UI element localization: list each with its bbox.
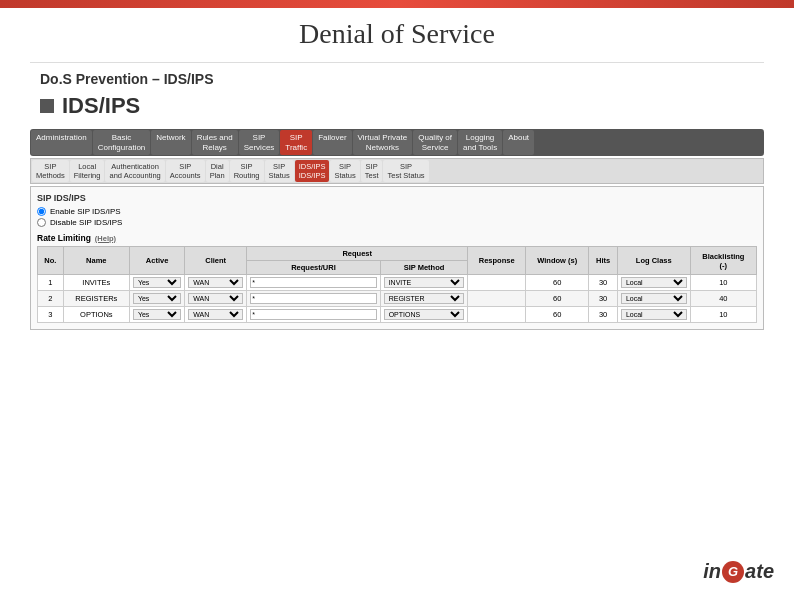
- bullet-heading-text: IDS/IPS: [62, 93, 140, 119]
- cell-hits: 30: [589, 275, 618, 291]
- cell-request-uri: [247, 275, 380, 291]
- cell-window: 60: [526, 291, 589, 307]
- sub-nav-sip-accounts[interactable]: SIP Accounts: [166, 160, 205, 182]
- sub-nav-sip-status-2[interactable]: SIP Status: [330, 160, 359, 182]
- panel: SIP IDS/IPS Enable SIP IDS/IPS Disable S…: [30, 186, 764, 330]
- cell-response: [468, 275, 526, 291]
- nav-item-administration[interactable]: Administration: [31, 130, 92, 155]
- rate-limit-table: No. Name Active Client Request Response …: [37, 246, 757, 323]
- cell-blacklisting: 10: [690, 307, 756, 323]
- select-active[interactable]: Yes No: [133, 293, 181, 304]
- select-log-class[interactable]: Local Remote None: [621, 277, 687, 288]
- nav-item-network[interactable]: Network: [151, 130, 190, 155]
- cell-name: OPTIONs: [63, 307, 129, 323]
- sub-nav-local-filtering[interactable]: Local Filtering: [70, 160, 105, 182]
- radio-disable: Disable SIP IDS/IPS: [37, 218, 757, 227]
- nav-item-sip-services[interactable]: SIP Services: [239, 130, 280, 155]
- select-client[interactable]: WAN LAN ALL: [188, 277, 243, 288]
- bullet-heading: IDS/IPS: [40, 93, 764, 119]
- section-label: Do.S Prevention – IDS/IPS: [40, 71, 764, 87]
- logo: in G ate: [703, 560, 774, 583]
- th-name: Name: [63, 247, 129, 275]
- cell-sip-method: REGISTER INVITE REGISTER OPTIONS: [380, 291, 468, 307]
- sub-nav-sip-status[interactable]: SIP Status: [265, 160, 294, 182]
- th-no: No.: [38, 247, 64, 275]
- select-log-class[interactable]: Local Remote None: [621, 293, 687, 304]
- cell-active: Yes No: [129, 291, 184, 307]
- sub-nav-sip-test-status[interactable]: SIP Test Status: [383, 160, 428, 182]
- select-sip-method[interactable]: INVITE INVITE REGISTER OPTIONS: [384, 277, 465, 288]
- cell-blacklisting: 10: [690, 275, 756, 291]
- nav-item-quality[interactable]: Quality of Service: [413, 130, 457, 155]
- cell-sip-method: OPTIONS INVITE REGISTER OPTIONS: [380, 307, 468, 323]
- th-hits: Hits: [589, 247, 618, 275]
- input-request-uri[interactable]: [250, 293, 376, 304]
- select-log-class[interactable]: Local Remote None: [621, 309, 687, 320]
- select-sip-method[interactable]: OPTIONS INVITE REGISTER OPTIONS: [384, 309, 465, 320]
- th-request-uri: Request/URI: [247, 261, 380, 275]
- radio-enable: Enable SIP IDS/IPS: [37, 207, 757, 216]
- radio-disable-input[interactable]: [37, 218, 46, 227]
- cell-active: Yes No: [129, 275, 184, 291]
- th-log-class: Log Class: [617, 247, 690, 275]
- cell-response: [468, 291, 526, 307]
- cell-log-class: Local Remote None: [617, 291, 690, 307]
- rate-limit-label: Rate Limiting: [37, 233, 91, 243]
- title-divider: [30, 62, 764, 63]
- input-request-uri[interactable]: [250, 277, 376, 288]
- table-row: 3 OPTIONs Yes No WAN LAN ALL OP: [38, 307, 757, 323]
- nav-bar: Administration Basic Configuration Netwo…: [30, 129, 764, 156]
- cell-hits: 30: [589, 291, 618, 307]
- nav-item-basic-config[interactable]: Basic Configuration: [93, 130, 151, 155]
- sub-nav-sip-test[interactable]: SIP Test: [361, 160, 383, 182]
- th-sip-method: SIP Method: [380, 261, 468, 275]
- logo-circle: G: [722, 561, 744, 583]
- cell-blacklisting: 40: [690, 291, 756, 307]
- cell-response: [468, 307, 526, 323]
- cell-sip-method: INVITE INVITE REGISTER OPTIONS: [380, 275, 468, 291]
- nav-item-about[interactable]: About: [503, 130, 534, 155]
- select-client[interactable]: WAN LAN ALL: [188, 309, 243, 320]
- sub-nav-sip-routing[interactable]: SIP Routing: [230, 160, 264, 182]
- table-row: 2 REGISTERs Yes No WAN LAN ALL: [38, 291, 757, 307]
- rate-limit-header: Rate Limiting (Help): [37, 233, 757, 243]
- cell-name: INVITEs: [63, 275, 129, 291]
- nav-item-sip-traffic[interactable]: SIP Traffic: [280, 130, 312, 155]
- cell-client: WAN LAN ALL: [185, 291, 247, 307]
- rate-limiting-section: Rate Limiting (Help) No. Name Active Cli…: [37, 233, 757, 323]
- select-client[interactable]: WAN LAN ALL: [188, 293, 243, 304]
- cell-log-class: Local Remote None: [617, 275, 690, 291]
- sub-nav-ids-ips[interactable]: IDS/IPS IDS/IPS: [295, 160, 330, 182]
- radio-enable-input[interactable]: [37, 207, 46, 216]
- input-request-uri[interactable]: [250, 309, 376, 320]
- cell-no: 2: [38, 291, 64, 307]
- table-row: 1 INVITEs Yes No WAN LAN ALL IN: [38, 275, 757, 291]
- logo-ate: ate: [745, 560, 774, 583]
- bullet-box-icon: [40, 99, 54, 113]
- th-client: Client: [185, 247, 247, 275]
- th-request: Request: [247, 247, 468, 261]
- select-sip-method[interactable]: REGISTER INVITE REGISTER OPTIONS: [384, 293, 465, 304]
- select-active[interactable]: Yes No: [133, 277, 181, 288]
- sub-nav-bar: SIP Methods Local Filtering Authenticati…: [30, 158, 764, 184]
- sub-nav-dial-plan[interactable]: Dial Plan: [206, 160, 229, 182]
- nav-item-failover[interactable]: Failover: [313, 130, 351, 155]
- cell-window: 60: [526, 307, 589, 323]
- select-active[interactable]: Yes No: [133, 309, 181, 320]
- nav-item-vpn[interactable]: Virtual Private Networks: [353, 130, 413, 155]
- th-blacklisting: Blacklisting (-): [690, 247, 756, 275]
- cell-no: 3: [38, 307, 64, 323]
- nav-item-logging[interactable]: Logging and Tools: [458, 130, 502, 155]
- panel-title: SIP IDS/IPS: [37, 193, 757, 203]
- th-window: Window (s): [526, 247, 589, 275]
- sub-nav-sip-methods[interactable]: SIP Methods: [32, 160, 69, 182]
- nav-item-rules[interactable]: Rules and Relays: [192, 130, 238, 155]
- page-title: Denial of Service: [30, 18, 764, 50]
- help-link[interactable]: (Help): [95, 234, 116, 243]
- sub-nav-authentication[interactable]: Authentication and Accounting: [105, 160, 164, 182]
- cell-no: 1: [38, 275, 64, 291]
- cell-window: 60: [526, 275, 589, 291]
- radio-enable-label: Enable SIP IDS/IPS: [50, 207, 121, 216]
- cell-active: Yes No: [129, 307, 184, 323]
- cell-log-class: Local Remote None: [617, 307, 690, 323]
